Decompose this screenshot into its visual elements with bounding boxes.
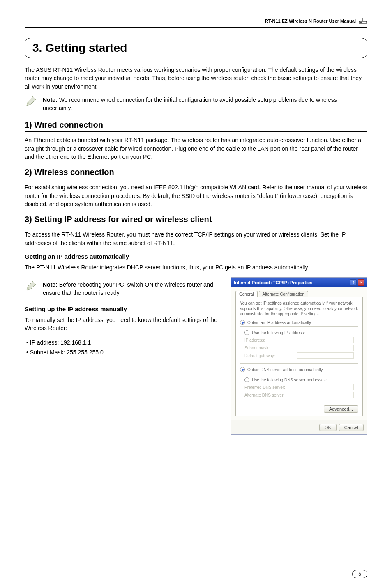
radio-obtain-ip-auto[interactable]: Obtain an IP address automatically bbox=[240, 320, 358, 325]
note-2-label: Note: bbox=[43, 281, 58, 288]
section-1-body: An Ethernet cable is bundled with your R… bbox=[25, 136, 367, 161]
page-number: 5 bbox=[352, 570, 367, 578]
close-icon[interactable]: × bbox=[358, 279, 364, 286]
advanced-button[interactable]: Advanced... bbox=[324, 405, 358, 413]
help-icon[interactable]: ? bbox=[350, 279, 357, 286]
tab-general[interactable]: General bbox=[235, 291, 258, 297]
ip-address-label: IP address: bbox=[244, 338, 297, 342]
radio-icon bbox=[244, 377, 249, 382]
radio-label: Use the following IP address: bbox=[252, 331, 305, 335]
radio-label: Use the following DNS server addresses: bbox=[252, 378, 327, 382]
subnet-mask-field[interactable] bbox=[297, 345, 354, 351]
section-3a-body: The RT-N11 Wireless Router integrates DH… bbox=[25, 263, 367, 271]
note-2-text: Note: Before rebooting your PC, switch O… bbox=[43, 280, 223, 297]
ip-manual-group: Use the following IP address: IP address… bbox=[240, 326, 358, 364]
page-footer: 5 bbox=[352, 570, 367, 578]
tab-alternate[interactable]: Alternate Configuration bbox=[259, 291, 308, 297]
radio-obtain-dns-auto[interactable]: Obtain DNS server address automatically bbox=[240, 367, 358, 372]
pref-dns-field[interactable] bbox=[297, 384, 354, 390]
radio-label: Obtain an IP address automatically bbox=[247, 320, 311, 325]
gateway-label: Default gateway: bbox=[244, 354, 297, 358]
crop-mark-tr bbox=[378, 2, 390, 14]
router-icon bbox=[358, 16, 367, 25]
svg-point-2 bbox=[360, 22, 361, 23]
pencil-icon bbox=[25, 96, 37, 108]
gateway-field[interactable] bbox=[297, 352, 354, 359]
section-2-body: For establishing wireless connection, yo… bbox=[25, 183, 367, 208]
subnet-mask-label: Subnet mask: bbox=[244, 346, 297, 350]
radio-label: Obtain DNS server address automatically bbox=[247, 368, 323, 372]
pencil-icon bbox=[25, 280, 37, 293]
section-2-title: 2) Wireless connection bbox=[25, 168, 367, 179]
radio-icon bbox=[240, 320, 245, 325]
alt-dns-label: Alternate DNS server: bbox=[244, 393, 297, 397]
section-3-body: To access the RT-N11 Wireless Router, yo… bbox=[25, 230, 367, 247]
cancel-button[interactable]: Cancel bbox=[339, 424, 364, 431]
list-item: Subnet Mask: 255.255.255.0 bbox=[26, 348, 223, 358]
radio-use-ip-manual[interactable]: Use the following IP address: bbox=[244, 330, 354, 335]
alt-dns-field[interactable] bbox=[297, 392, 354, 398]
dns-manual-group: Use the following DNS server addresses: … bbox=[240, 374, 358, 403]
dialog-titlebar: Internet Protocol (TCP/IP) Properties ? … bbox=[231, 278, 367, 287]
list-item: IP address: 192.168.1.1 bbox=[26, 338, 223, 348]
tab-panel-general: You can get IP settings assigned automat… bbox=[235, 297, 363, 416]
note-1-label: Note: bbox=[43, 96, 58, 103]
ip-address-field[interactable] bbox=[297, 337, 354, 343]
tcpip-properties-dialog: Internet Protocol (TCP/IP) Properties ? … bbox=[231, 277, 367, 435]
section-3b-title: Setting up the IP address manually bbox=[25, 305, 223, 312]
note-1-text: Note: We recommend wired connection for … bbox=[43, 96, 367, 113]
section-3-title: 3) Setting IP address for wired or wirel… bbox=[25, 215, 367, 226]
ok-button[interactable]: OK bbox=[319, 424, 337, 431]
radio-icon bbox=[244, 330, 249, 335]
product-label: RT-N11 EZ Wireless N Router User Manual bbox=[265, 18, 356, 23]
tab-strip: General Alternate Configuration bbox=[235, 291, 363, 297]
crop-mark-bl bbox=[2, 574, 14, 586]
svg-point-3 bbox=[361, 22, 362, 23]
chapter-title: 3. Getting started bbox=[32, 41, 360, 55]
page-header: RT-N11 EZ Wireless N Router User Manual bbox=[25, 16, 367, 28]
pref-dns-label: Preferred DNS server: bbox=[244, 385, 297, 390]
note-block-2: Note: Before rebooting your PC, switch O… bbox=[25, 280, 223, 297]
section-3b-body: To manually set the IP address, you need… bbox=[25, 316, 223, 333]
chapter-heading-frame: 3. Getting started bbox=[25, 38, 367, 58]
radio-icon bbox=[240, 367, 245, 372]
note-1-body: We recommend wired connection for the in… bbox=[43, 96, 337, 111]
note-2-body: Before rebooting your PC, switch ON the … bbox=[43, 281, 213, 296]
defaults-list: IP address: 192.168.1.1 Subnet Mask: 255… bbox=[25, 338, 223, 358]
intro-paragraph: The ASUS RT-N11 Wireless Router meets va… bbox=[25, 66, 367, 91]
dialog-title: Internet Protocol (TCP/IP) Properties bbox=[234, 280, 312, 285]
note-block-1: Note: We recommend wired connection for … bbox=[25, 96, 367, 113]
section-3a-title: Getting an IP address automatically bbox=[25, 253, 367, 260]
dialog-description: You can get IP settings assigned automat… bbox=[240, 301, 358, 317]
section-1-title: 1) Wired connection bbox=[25, 120, 367, 132]
radio-use-dns-manual[interactable]: Use the following DNS server addresses: bbox=[244, 377, 354, 382]
